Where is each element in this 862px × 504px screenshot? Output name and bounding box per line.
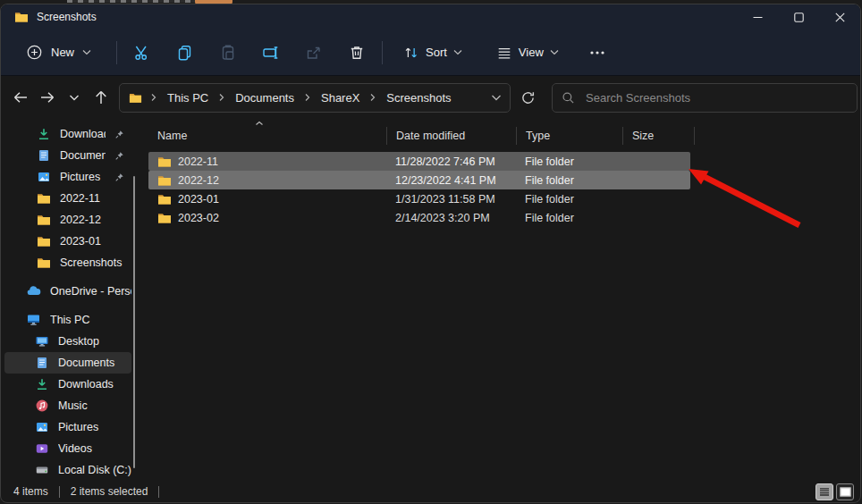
file-type: File folder — [517, 193, 623, 206]
sidebar-item-2022-12[interactable]: 2022-12 — [4, 209, 131, 231]
new-button[interactable]: New — [17, 38, 100, 66]
up-button[interactable] — [88, 83, 114, 112]
status-bar: 4 items 2 items selected — [1, 481, 860, 502]
forward-button[interactable] — [34, 83, 61, 112]
breadcrumb-chevron-icon — [149, 93, 158, 102]
toolbar-separator — [116, 41, 117, 64]
search-input[interactable] — [584, 90, 816, 105]
folder-icon — [157, 192, 172, 206]
search-icon — [562, 91, 575, 105]
file-date-modified: 1/31/2023 11:58 PM — [387, 193, 517, 206]
breadcrumb-segment-screenshots[interactable]: Screenshots — [384, 89, 453, 106]
breadcrumb-segment-documents[interactable]: Documents — [232, 89, 297, 106]
column-header-name[interactable]: Name — [148, 127, 387, 145]
pin-icon — [114, 172, 131, 182]
search-box[interactable] — [552, 83, 858, 113]
pictures-icon — [37, 170, 51, 184]
status-separator — [158, 486, 159, 498]
file-type: File folder — [517, 155, 623, 168]
window-chrome: Screenshots New — [1, 4, 860, 76]
paste-button[interactable] — [207, 37, 249, 69]
maximize-button[interactable] — [778, 4, 819, 29]
sidebar-item-pictures-pinned[interactable]: Pictures — [4, 166, 131, 188]
sidebar: Downloads Documents Pictures 2022-11 202… — [1, 119, 137, 481]
item-count: 4 items — [13, 485, 48, 498]
sidebar-item-2023-01[interactable]: 2023-01 — [4, 231, 131, 252]
breadcrumb-chevron-icon — [303, 93, 312, 102]
file-date-modified: 2/14/2023 3:20 PM — [387, 212, 517, 224]
this-pc-icon — [26, 313, 41, 327]
sidebar-item-music[interactable]: Music — [4, 395, 131, 416]
column-header-type[interactable]: Type — [517, 127, 623, 145]
file-name: 2023-02 — [178, 212, 219, 224]
refresh-button[interactable] — [513, 83, 542, 112]
thumbnail-view-button[interactable] — [836, 483, 854, 500]
copy-icon — [176, 44, 194, 62]
sidebar-item-downloads-pinned[interactable]: Downloads — [4, 123, 131, 145]
file-list-area: Name Date modified Type Size 2022-11 11/… — [137, 119, 860, 481]
view-button[interactable]: View — [487, 39, 568, 66]
table-row-2022-12[interactable]: 2022-12 12/23/2022 4:41 PM File folder — [148, 171, 690, 189]
file-name: 2022-12 — [178, 174, 219, 187]
sidebar-item-this-pc[interactable]: This PC — [4, 309, 131, 331]
close-button[interactable] — [819, 4, 860, 29]
sort-button[interactable]: Sort — [394, 39, 471, 66]
rename-button[interactable] — [249, 37, 292, 69]
folder-icon — [37, 234, 51, 248]
sidebar-item-onedrive[interactable]: OneDrive - Personal — [4, 281, 131, 302]
address-dropdown-chevron-icon[interactable] — [491, 94, 502, 101]
back-button[interactable] — [7, 83, 34, 112]
sidebar-item-documents-pinned[interactable]: Documents — [4, 145, 131, 166]
details-view-button[interactable] — [816, 483, 833, 500]
sidebar-section-gap — [1, 273, 137, 281]
sidebar-item-2022-11[interactable]: 2022-11 — [4, 188, 131, 209]
sidebar-item-documents[interactable]: Documents — [4, 352, 131, 374]
command-toolbar: New — [1, 29, 860, 76]
address-bar[interactable]: This PC Documents ShareX Screenshots — [119, 83, 511, 113]
column-header-date-modified[interactable]: Date modified — [387, 127, 517, 145]
sidebar-item-screenshots[interactable]: Screenshots — [4, 252, 131, 273]
table-row-2023-01[interactable]: 2023-01 1/31/2023 11:58 PM File folder — [148, 189, 690, 208]
table-row-2022-11[interactable]: 2022-11 11/28/2022 7:46 PM File folder — [148, 152, 690, 171]
view-button-label: View — [519, 46, 544, 59]
file-date-modified: 11/28/2022 7:46 PM — [387, 155, 517, 168]
folder-icon — [157, 173, 172, 188]
sidebar-item-pictures[interactable]: Pictures — [4, 416, 131, 438]
sort-icon — [403, 45, 419, 61]
minimize-button[interactable] — [737, 4, 778, 29]
plus-circle-icon — [26, 44, 43, 61]
file-name: 2023-01 — [178, 193, 219, 206]
view-lines-icon — [496, 45, 512, 61]
see-more-button[interactable] — [576, 37, 619, 69]
sidebar-scrollbar[interactable] — [133, 176, 135, 468]
documents-icon — [35, 356, 49, 370]
titlebar: Screenshots — [1, 4, 860, 29]
downloads-icon — [37, 127, 51, 141]
sidebar-item-videos[interactable]: Videos — [4, 438, 131, 459]
pictures-icon — [35, 420, 49, 434]
desktop-icon — [35, 334, 49, 349]
file-name: 2022-11 — [178, 155, 218, 168]
new-button-label: New — [51, 46, 74, 59]
breadcrumb-segment-sharex[interactable]: ShareX — [318, 89, 362, 106]
copy-button[interactable] — [164, 37, 207, 69]
navigation-bar: This PC Documents ShareX Screenshots — [1, 76, 860, 119]
file-type: File folder — [517, 174, 623, 187]
documents-icon — [37, 148, 51, 163]
table-row-2023-02[interactable]: 2023-02 2/14/2023 3:20 PM File folder — [148, 208, 690, 227]
sidebar-item-local-disk-c[interactable]: Local Disk (C:) — [4, 459, 131, 481]
share-button[interactable] — [292, 37, 335, 69]
rename-icon — [262, 44, 280, 62]
recent-locations-button[interactable] — [61, 83, 88, 112]
background-window-artifact — [67, 0, 197, 3]
delete-button[interactable] — [335, 37, 378, 69]
breadcrumb-segment-this-pc[interactable]: This PC — [165, 89, 211, 106]
folder-icon — [37, 256, 51, 270]
file-date-modified: 12/23/2022 4:41 PM — [387, 174, 517, 187]
cut-button[interactable] — [121, 37, 164, 69]
disk-drive-icon — [35, 463, 49, 477]
downloads-icon — [35, 377, 49, 391]
sidebar-item-downloads[interactable]: Downloads — [4, 374, 131, 395]
sidebar-item-desktop[interactable]: Desktop — [4, 331, 131, 352]
column-header-size[interactable]: Size — [623, 127, 695, 145]
